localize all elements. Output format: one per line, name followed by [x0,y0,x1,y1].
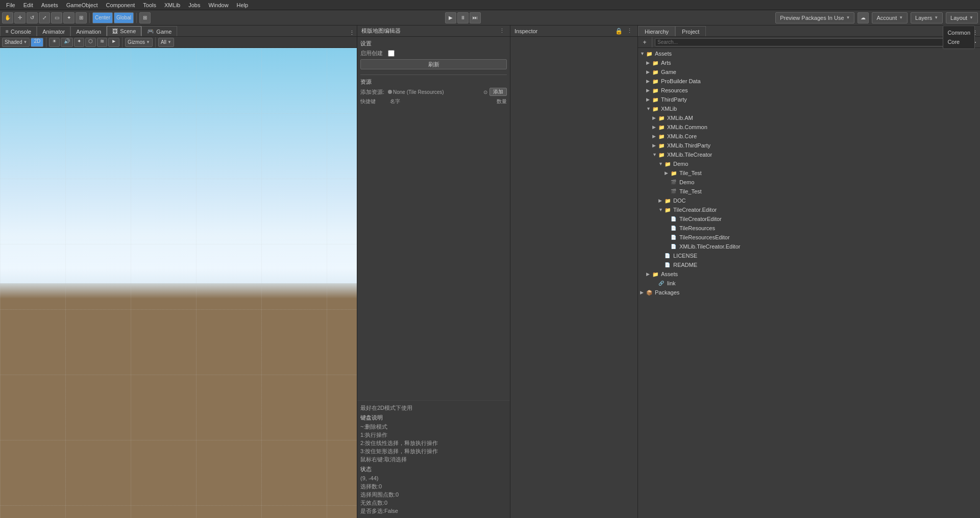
xmlib-arrow: ▼ [646,106,652,111]
tree-link[interactable]: 🔗 link [638,279,980,288]
tce-arrow: ▼ [658,207,665,212]
tool-hand[interactable]: ✋ [2,12,13,23]
menu-window[interactable]: Window [204,0,232,10]
tab-console[interactable]: ≡ Console [0,26,37,36]
enable-create-checkbox[interactable] [388,50,395,57]
tr-icon: 📄 [671,225,678,231]
tree-thirdparty[interactable]: ▶ 📁 ThirdParty [638,95,980,104]
tab-hierarchy[interactable]: Hierarchy [638,26,675,36]
tilemap-menu-btn[interactable]: ⋮ [498,27,506,35]
hp-add-btn[interactable]: + [640,38,649,47]
project-tree[interactable]: ▼ 📁 Assets ▶ 📁 Arts ▶ 📁 Game [638,48,980,518]
tree-license[interactable]: 📄 LICENSE [638,251,980,260]
hp-search-input[interactable] [655,38,947,46]
snap-settings[interactable]: ⊞ [139,12,151,23]
tool-move[interactable]: ✛ [14,12,26,23]
key-line-3: 3:按住矩形选择，释放执行操作 [360,447,507,455]
menu-xmlib[interactable]: XMLib [160,0,184,10]
step-button[interactable]: ⏭ [470,12,481,23]
tree-demo-scene[interactable]: 🎬 Demo [638,178,980,187]
play-button[interactable]: ▶ [445,12,456,23]
tree-resources[interactable]: ▶ 📁 Resources [638,86,980,95]
pause-button[interactable]: ⏸ [457,12,469,23]
scene-viewport[interactable] [0,48,357,518]
tilecreator-folder-icon: 📁 [658,152,666,158]
asub-folder-icon: 📁 [652,271,659,277]
tree-tileresourceseditor[interactable]: 📄 TileResourcesEditor [638,233,980,242]
demo-folder-label: Demo [673,161,688,167]
pivot-center[interactable]: Center [92,12,113,23]
hp-tabs: Hierarchy Project ⋮ [638,26,980,37]
tree-xmlib-am[interactable]: ▶ 📁 XMLib.AM [638,113,980,122]
tree-assets-sub[interactable]: ▶ 📁 Assets [638,269,980,279]
tool-custom[interactable]: ⊞ [76,12,87,23]
tree-doc[interactable]: ▶ 📁 DOC [638,196,980,205]
gizmos-dropdown[interactable]: Gizmos ▼ [125,38,153,47]
tree-xmlib-tilecreator-editor[interactable]: 📄 XMLib.TileCreator.Editor [638,242,980,251]
space-global[interactable]: Global [114,12,134,23]
tab-project[interactable]: Project [675,26,706,36]
tool-transform[interactable]: ✦ [63,12,75,23]
tree-probuilder[interactable]: ▶ 📁 ProBuilder Data [638,77,980,86]
tab-animator[interactable]: Animator [37,26,70,36]
menu-tools[interactable]: Tools [139,0,160,10]
tree-tileresources[interactable]: 📄 TileResources [638,224,980,233]
preview-packages-btn[interactable]: Preview Packages In Use ▼ [775,12,854,23]
tree-packages-root[interactable]: ▶ 📦 Packages [638,288,980,297]
inspector-menu-btn[interactable]: ⋮ [625,27,633,35]
menu-file[interactable]: File [2,0,19,10]
tab-game[interactable]: 🎮 Game [141,26,177,36]
scene-anim-btn[interactable]: ► [108,38,119,47]
layout-btn[interactable]: Layout ▼ [946,12,978,23]
scene-fog-btn[interactable]: ≋ [97,38,107,47]
tree-xmlib-thirdparty[interactable]: ▶ 📁 XMLib.ThirdParty [638,141,980,150]
thirdparty-arrow: ▶ [646,97,652,102]
all-dropdown[interactable]: All ▼ [158,38,174,47]
view-2d-btn[interactable]: 2D [31,38,43,47]
menu-help[interactable]: Help [233,0,253,10]
scene-audio-btn[interactable]: 🔊 [61,38,73,47]
assets-folder-icon: 📁 [646,51,653,57]
tree-tile-test-scene[interactable]: 🎬 Tile_Test [638,187,980,196]
resources-label: 资源 [360,78,507,86]
tce-file-label: TileCreatorEditor [679,216,722,222]
tool-scale[interactable]: ⤢ [39,12,50,23]
common-label: XMLib.Common [667,124,707,130]
scene-light-btn[interactable]: ☀ [49,38,60,47]
layers-btn[interactable]: Layers ▼ [911,12,943,23]
tool-rotate[interactable]: ↺ [27,12,38,23]
inspector-lock-btn[interactable]: 🔒 [614,27,623,36]
scene-skybox-btn[interactable]: ⬡ [85,38,96,47]
menu-edit[interactable]: Edit [19,0,37,10]
tree-xmlib-common[interactable]: ▶ 📁 XMLib.Common [638,122,980,132]
tree-assets-root[interactable]: ▼ 📁 Assets [638,49,980,58]
cloud-btn[interactable]: ☁ [857,12,869,23]
tree-tilecreator-editor-folder[interactable]: ▼ 📁 TileCreator.Editor [638,205,980,214]
source-dot [388,90,392,94]
tab-scene[interactable]: 🖼 Scene [107,26,141,36]
viewport-menu-btn[interactable]: ⋮ [349,30,357,36]
tree-readme[interactable]: 📄 README [638,260,980,269]
tree-xmlib[interactable]: ▼ 📁 XMLib [638,104,980,113]
tree-arts[interactable]: ▶ 📁 Arts [638,58,980,67]
status-invalid: 无效点数:0 [360,499,507,507]
account-btn[interactable]: Account ▼ [872,12,908,23]
source-target-btn[interactable]: ⊙ [483,89,487,95]
tab-animation[interactable]: Animation [70,26,107,36]
add-btn[interactable]: 添加 [489,88,507,96]
tree-tilecreator[interactable]: ▼ 📁 XMLib.TileCreator [638,150,980,159]
menu-component[interactable]: Component [102,0,139,10]
tree-demo-folder[interactable]: ▼ 📁 Demo [638,159,980,168]
tree-tile-test-1[interactable]: ▶ 📁 Tile_Test [638,168,980,178]
menu-jobs[interactable]: Jobs [184,0,204,10]
menu-assets[interactable]: Assets [37,0,62,10]
tree-game[interactable]: ▶ 📁 Game [638,67,980,77]
menu-gameobject[interactable]: GameObject [62,0,102,10]
scene-effects-btn[interactable]: ✦ [74,38,84,47]
shading-dropdown[interactable]: Shaded ▼ [2,38,30,47]
refresh-btn[interactable]: 刷新 [360,59,507,69]
assets-label: Assets [655,51,672,57]
tree-tilecreatoreditor[interactable]: 📄 TileCreatorEditor [638,214,980,224]
tree-xmlib-core[interactable]: ▶ 📁 XMLib.Core [638,132,980,141]
tool-rect[interactable]: ▭ [51,12,62,23]
